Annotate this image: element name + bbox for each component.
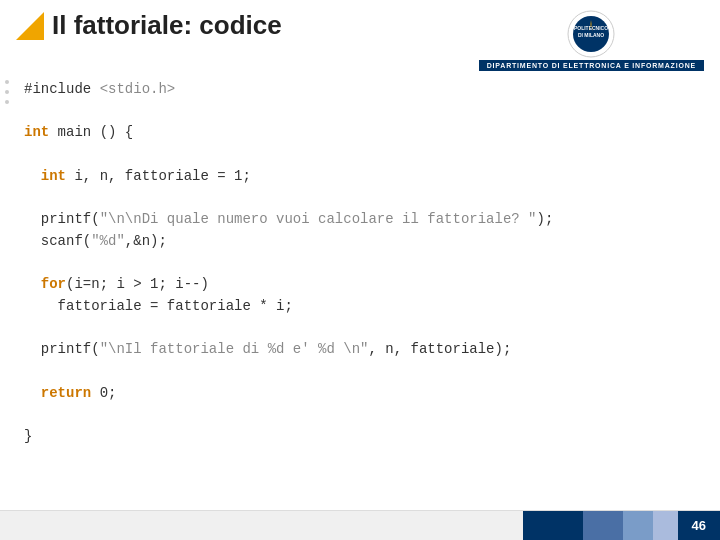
- code-token: printf(: [24, 211, 100, 227]
- code-token: [24, 385, 41, 401]
- code-line: [24, 144, 696, 166]
- logo-area: POLITECNICO DI MILANO DIPARTIMENTO DI EL…: [479, 10, 704, 71]
- code-token: 0;: [91, 385, 116, 401]
- dot: [5, 90, 9, 94]
- code-token: <stdio.h>: [100, 81, 176, 97]
- code-line: [24, 101, 696, 123]
- code-token: #include: [24, 81, 100, 97]
- code-token: main () {: [49, 124, 133, 140]
- code-token: "\nIl fattoriale di %d e' %d \n": [100, 341, 369, 357]
- code-token: "%d": [91, 233, 125, 249]
- code-line: int i, n, fattoriale = 1;: [24, 166, 696, 188]
- footer-color-segment: [583, 511, 623, 540]
- code-token: int: [41, 168, 66, 184]
- code-token: ,&n);: [125, 233, 167, 249]
- code-line: [24, 187, 696, 209]
- code-token: [24, 168, 41, 184]
- code-line: [24, 253, 696, 275]
- code-area: #include <stdio.h> int main () { int i, …: [0, 71, 720, 510]
- footer-color-segment: [623, 511, 653, 540]
- slide-footer: 46: [0, 510, 720, 540]
- slide: Il fattoriale: codice POLITECNICO DI MIL…: [0, 0, 720, 540]
- page-number: 46: [678, 511, 720, 540]
- dot: [5, 100, 9, 104]
- code-token: return: [41, 385, 91, 401]
- dot: [5, 80, 9, 84]
- department-subtitle: DIPARTIMENTO DI ELETTRONICA E INFORMAZIO…: [479, 60, 704, 71]
- svg-text:POLITECNICO: POLITECNICO: [574, 25, 608, 31]
- code-token: [24, 276, 41, 292]
- code-token: fattoriale = fattoriale * i;: [24, 298, 293, 314]
- code-line: return 0;: [24, 383, 696, 405]
- code-token: fattoriale: [125, 168, 209, 184]
- svg-marker-0: [16, 12, 44, 40]
- color-bar: [523, 511, 678, 540]
- code-line: #include <stdio.h>: [24, 79, 696, 101]
- code-token: (i=n; i > 1; i--): [66, 276, 209, 292]
- code-token: , n, fattoriale);: [368, 341, 511, 357]
- footer-color-segment: [523, 511, 583, 540]
- arrow-icon: [16, 12, 44, 40]
- code-token: );: [537, 211, 554, 227]
- code-line: printf("\nIl fattoriale di %d e' %d \n",…: [24, 339, 696, 361]
- code-token: scanf(: [24, 233, 91, 249]
- slide-title: Il fattoriale: codice: [52, 10, 282, 41]
- code-line: [24, 318, 696, 340]
- code-line: [24, 404, 696, 426]
- code-token: }: [24, 428, 32, 444]
- code-line: [24, 361, 696, 383]
- code-token: = 1;: [209, 168, 251, 184]
- code-line: printf("\n\nDi quale numero vuoi calcola…: [24, 209, 696, 231]
- code-line: }: [24, 426, 696, 448]
- polimi-logo: POLITECNICO DI MILANO: [567, 10, 615, 58]
- code-line: for(i=n; i > 1; i--): [24, 274, 696, 296]
- code-token: "\n\nDi quale numero vuoi calcolare il f…: [100, 211, 537, 227]
- svg-text:DI MILANO: DI MILANO: [578, 32, 604, 38]
- code-line: scanf("%d",&n);: [24, 231, 696, 253]
- left-decoration: [0, 70, 14, 510]
- slide-header: Il fattoriale: codice POLITECNICO DI MIL…: [0, 0, 720, 71]
- code-token: int: [24, 124, 49, 140]
- title-area: Il fattoriale: codice: [16, 10, 282, 41]
- code-token: for: [41, 276, 66, 292]
- code-line: int main () {: [24, 122, 696, 144]
- code-token: i, n,: [66, 168, 125, 184]
- footer-color-segment: [653, 511, 678, 540]
- code-token: printf(: [24, 341, 100, 357]
- code-line: fattoriale = fattoriale * i;: [24, 296, 696, 318]
